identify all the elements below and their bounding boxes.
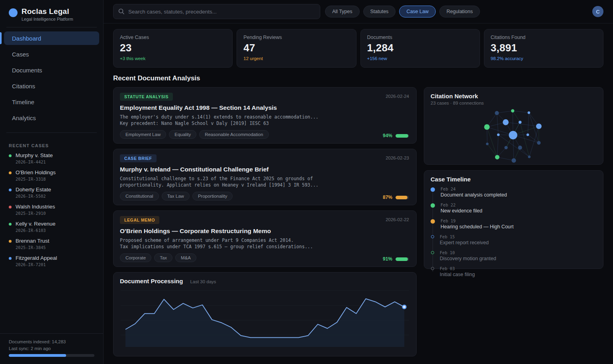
citation-node[interactable] xyxy=(537,141,541,144)
timeline-label: New evidence filed xyxy=(441,208,482,214)
sidebar-item-analytics[interactable]: Analytics xyxy=(4,111,99,125)
recent-case-item[interactable]: Murphy v. State2026-IR-4421 xyxy=(0,150,103,167)
citation-network-graph[interactable] xyxy=(431,105,596,166)
timeline-event: Feb 03Initial case filing xyxy=(431,266,597,277)
doc-tag[interactable]: Proportionality xyxy=(192,192,233,200)
documents-column: STATUTE ANALYSIS2026-02-24Employment Equ… xyxy=(113,87,417,356)
citation-node[interactable] xyxy=(528,156,531,158)
citation-node[interactable] xyxy=(519,121,521,124)
doc-date: 2026-02-23 xyxy=(386,156,409,160)
citation-node[interactable] xyxy=(536,123,542,129)
case-ref: 2026-IR-7201 xyxy=(16,262,57,267)
case-ref: 2026-IR-4421 xyxy=(16,160,53,164)
confidence-percent: 87% xyxy=(383,195,392,200)
case-ref: 2025-IR-3318 xyxy=(16,177,56,181)
recent-case-item[interactable]: Doherty Estate2026-IR-5502 xyxy=(0,184,103,201)
filter-chip-all-types[interactable]: All Types xyxy=(325,6,360,18)
timeline-event-text: Feb 22New evidence filed xyxy=(441,202,482,214)
network-subtitle: 23 cases · 89 connections xyxy=(431,101,597,105)
filter-chip-statutes[interactable]: Statutes xyxy=(363,6,396,18)
citation-node[interactable] xyxy=(484,124,490,130)
citation-node[interactable] xyxy=(503,119,509,125)
sidebar-item-dashboard[interactable]: Dashboard xyxy=(4,31,99,45)
stat-card-citations-found: Citations Found3,89198.2% accuracy xyxy=(484,29,603,68)
citation-node[interactable] xyxy=(528,111,530,114)
doc-tags: Employment LawEqualityReasonable Accommo… xyxy=(120,130,410,139)
case-status-dot xyxy=(9,240,12,243)
doc-title: O'Brien Holdings — Corporate Restructuri… xyxy=(120,228,410,235)
doc-tag[interactable]: Tax Law xyxy=(162,192,190,200)
timeline-dot xyxy=(431,187,435,192)
recent-case-item[interactable]: Kelly v. Revenue2026-IR-6103 xyxy=(0,218,103,235)
doc-title: Murphy v. Ireland — Constitutional Chall… xyxy=(120,166,410,173)
timeline-date: Feb 19 xyxy=(441,218,513,223)
recent-case-item[interactable]: Fitzgerald Appeal2026-IR-7201 xyxy=(0,252,103,269)
doc-tag[interactable]: Tax xyxy=(154,253,172,262)
doc-type-badge: STATUTE ANALYSIS xyxy=(120,93,173,101)
sidebar-divider xyxy=(6,27,97,27)
timeline-dot xyxy=(431,251,434,254)
doc-tag[interactable]: M&A xyxy=(175,253,196,262)
citation-node[interactable] xyxy=(497,133,499,136)
citation-node[interactable] xyxy=(511,158,516,163)
case-text: Kelly v. Revenue2026-IR-6103 xyxy=(16,221,55,233)
confidence-fill xyxy=(396,196,407,199)
recent-case-item[interactable]: O'Brien Holdings2025-IR-3318 xyxy=(0,167,103,184)
recent-case-item[interactable]: Brennan Trust2025-IR-3845 xyxy=(0,235,103,252)
case-name: Kelly v. Revenue xyxy=(16,221,55,227)
citation-node[interactable] xyxy=(518,146,522,150)
stat-label: Active Cases xyxy=(120,35,226,40)
user-avatar[interactable]: C xyxy=(592,6,603,17)
sidebar-item-timeline[interactable]: Timeline xyxy=(4,95,99,109)
brand-logo-icon xyxy=(9,8,18,17)
citation-node[interactable] xyxy=(504,146,507,149)
network-title: Citation Network xyxy=(431,93,597,99)
timeline-dot xyxy=(431,267,434,270)
sidebar-item-citations[interactable]: Citations xyxy=(4,79,99,93)
sidebar-item-label: Citations xyxy=(12,83,35,90)
sidebar-item-label: Timeline xyxy=(12,99,34,105)
timeline-event-text: Feb 10Discovery motion granted xyxy=(440,250,496,261)
timeline-title: Case Timeline xyxy=(431,176,597,183)
confidence-indicator: 91% xyxy=(383,256,409,262)
citation-node[interactable] xyxy=(527,133,529,136)
case-name: Doherty Estate xyxy=(16,187,51,193)
case-ref: 2026-IR-5502 xyxy=(16,194,51,199)
citation-node[interactable] xyxy=(509,131,517,139)
doc-tag[interactable]: Equality xyxy=(169,130,196,139)
sidebar-item-cases[interactable]: Cases xyxy=(4,47,99,61)
citation-node[interactable] xyxy=(495,155,499,160)
doc-tag[interactable]: Constitutional xyxy=(120,192,159,200)
citation-edge xyxy=(528,135,539,143)
search-box[interactable] xyxy=(113,4,320,19)
confidence-indicator: 87% xyxy=(383,195,409,200)
case-name: Brennan Trust xyxy=(16,238,49,244)
citation-node[interactable] xyxy=(511,109,514,112)
brand: Roclas Legal Legal Intelligence Platform xyxy=(0,0,103,26)
sidebar-item-label: Documents xyxy=(12,67,42,74)
search-input[interactable] xyxy=(128,9,315,15)
doc-tag[interactable]: Reasonable Accommodation xyxy=(199,130,268,139)
filter-chip-regulations[interactable]: Regulations xyxy=(439,6,480,18)
timeline-label: Hearing scheduled — High Court xyxy=(441,224,513,230)
doc-date: 2026-02-24 xyxy=(386,94,409,99)
filter-chip-case-law[interactable]: Case Law xyxy=(399,6,436,18)
timeline-event: Feb 24Document analysis completed xyxy=(431,187,597,198)
doc-tag[interactable]: Employment Law xyxy=(120,130,166,139)
confidence-indicator: 94% xyxy=(383,133,409,138)
case-timeline-card: Case Timeline Feb 24Document analysis co… xyxy=(424,170,603,269)
indexed-count: Documents indexed: 14,283 xyxy=(9,339,94,344)
case-status-dot xyxy=(9,171,12,174)
sidebar-item-documents[interactable]: Documents xyxy=(4,63,99,77)
main-area: All TypesStatutesCase LawRegulations C A… xyxy=(104,0,613,364)
citation-node[interactable] xyxy=(495,111,499,115)
citation-edge xyxy=(497,111,513,113)
doc-tag[interactable]: Corporate xyxy=(120,253,151,262)
recent-cases-list: Murphy v. State2026-IR-4421O'Brien Holdi… xyxy=(0,150,103,269)
search-icon xyxy=(118,8,125,15)
recent-case-item[interactable]: Walsh Industries2025-IR-2910 xyxy=(0,201,103,218)
citation-node[interactable] xyxy=(486,143,488,145)
document-processing-chart xyxy=(120,288,410,356)
stat-card-pending-reviews: Pending Reviews4712 urgent xyxy=(237,29,356,68)
content: Active Cases23+3 this weekPending Review… xyxy=(104,23,613,356)
